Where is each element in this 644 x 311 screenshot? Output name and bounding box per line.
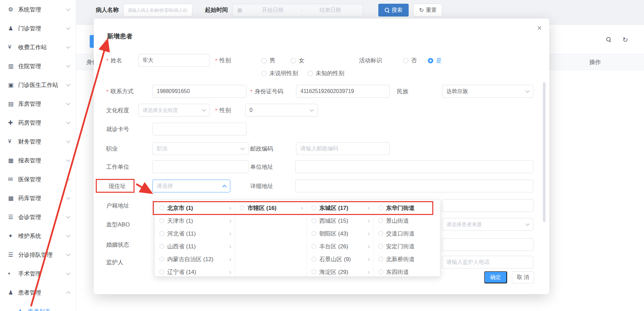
chevron-down-icon (66, 63, 70, 68)
cascader-option-hebei[interactable]: 河北省 (11)› (155, 227, 235, 240)
gear-icon: ⚙ (8, 6, 18, 13)
cascader-option-label: 市辖区 (16) (247, 204, 299, 212)
close-icon[interactable]: × (537, 23, 542, 33)
sidebar-item-consultation-management[interactable]: ☰会诊管理 (0, 208, 76, 226)
sidebar-item-drug-storage-management[interactable]: ▩药库管理 (0, 189, 76, 208)
sidebar: ⚙系统管理 ♟门诊管理 ¥收费工作站 ▥住院管理 ▣门诊医生工作站 ▤库房管理 … (0, 0, 76, 311)
nation-value: 达斡尔族 (446, 88, 468, 95)
required-mark: * (106, 85, 109, 98)
cascader-option-label: 东华门街道 (386, 204, 437, 212)
cascader-option-shanxi[interactable]: 山西省 (11)› (155, 240, 235, 253)
cascader-option-chaoyang[interactable]: 朝阳区 (43)› (307, 227, 373, 240)
gender-code-select[interactable]: 0 (245, 104, 318, 117)
required-mark: * (250, 85, 253, 98)
radio-gender-unstated[interactable]: 未说明性别 (261, 67, 298, 80)
sidebar-item-patient-list[interactable]: ♟患者列表 (0, 302, 76, 311)
chevron-right-icon: › (368, 268, 370, 276)
cascader-option-liaoning[interactable]: 辽宁省 (14)› (155, 266, 235, 276)
cascader-option-jingshan[interactable]: 景山街道 (374, 214, 440, 227)
sidebar-item-maintenance-system[interactable]: ✦维护系统 (0, 226, 76, 245)
cascader-option-dongcheng[interactable]: 东城区 (17)› (307, 201, 373, 214)
radio-circle-icon (261, 58, 267, 63)
radio-gender-male[interactable]: 男 (261, 54, 275, 67)
sidebar-item-patient-management[interactable]: ♟患者管理 (0, 283, 76, 302)
sidebar-item-outpatient-management[interactable]: ♟门诊管理 (0, 19, 76, 38)
cascader-option-beixinqiao[interactable]: 北新桥街道 (374, 253, 440, 266)
guardian-phone-input[interactable] (442, 256, 533, 269)
modal-scrollbar[interactable] (543, 82, 546, 222)
sidebar-item-warehouse-management[interactable]: ▤库房管理 (0, 94, 76, 113)
education-label: 文化程度 (106, 104, 129, 117)
nation-select[interactable]: 达斡尔族 (442, 85, 533, 98)
unit-address-label: 单位地址 (250, 160, 273, 174)
cascader-option-dongsi[interactable]: 东四街道 (374, 266, 440, 276)
detail-address-input[interactable] (295, 180, 533, 192)
cascader-option-andingmen[interactable]: 安定门街道 (374, 240, 440, 253)
cascader-option-beijing[interactable]: 北京市 (1)› (155, 201, 235, 214)
sidebar-item-inpatient-management[interactable]: ▥住院管理 (0, 57, 76, 75)
mail-icon: ✉ (8, 176, 18, 183)
name-input[interactable] (138, 54, 210, 67)
chevron-right-icon: › (368, 230, 370, 237)
current-address-cascader-select[interactable]: 请选择 (152, 180, 230, 192)
blood-type-label: 血型ABO (106, 218, 130, 231)
search-button[interactable]: 搜索 (378, 4, 409, 17)
date-range-picker[interactable]: ▦ 开始日期 - 结束日期 (232, 4, 363, 17)
postcode-label: 邮政编码 (250, 142, 273, 155)
cascader-option-tianjin[interactable]: 天津市 (1)› (155, 214, 235, 227)
occupation-select[interactable]: 职业 (152, 142, 248, 155)
radio-circle-icon (312, 231, 316, 236)
cascader-option-donghuamen[interactable]: 东华门街道 (374, 201, 440, 214)
sidebar-item-system-management[interactable]: ⚙系统管理 (0, 0, 76, 19)
cascader-option-jiaodaokou[interactable]: 交道口街道 (374, 227, 440, 240)
patient-name-label: 病人名称 (96, 4, 119, 17)
radio-gender-female[interactable]: 女 (291, 54, 304, 67)
required-mark: * (215, 104, 217, 117)
radio-circle-icon (159, 218, 164, 223)
confirm-button[interactable]: 确定 (484, 271, 507, 283)
table-search-icon[interactable] (606, 37, 611, 42)
cascader-option-haidian[interactable]: 海淀区 (29)› (307, 266, 373, 276)
page-root: ⚙系统管理 ♟门诊管理 ¥收费工作站 ▥住院管理 ▣门诊医生工作站 ▤库房管理 … (0, 0, 644, 311)
user-icon: ♟ (8, 25, 18, 32)
sidebar-item-medical-insurance-management[interactable]: ✉医保管理 (0, 170, 76, 189)
radio-circle-icon (378, 257, 383, 261)
card-no-input[interactable] (152, 123, 246, 135)
household-extra-input[interactable] (442, 199, 533, 212)
radio-active-yes[interactable]: 是 (428, 54, 442, 67)
radio-gender-unknown[interactable]: 未知的性别 (308, 67, 344, 80)
sidebar-item-pharmacy-management[interactable]: ✚药房管理 (0, 113, 76, 132)
patient-source-select[interactable]: 请选择患者来源 (442, 218, 533, 231)
patient-name-input[interactable] (123, 4, 193, 17)
sidebar-item-surgery-management[interactable]: ▪手术管理 (0, 264, 76, 283)
table-refresh-icon[interactable]: ↻ (622, 36, 628, 44)
work-unit-input[interactable] (152, 160, 248, 173)
sidebar-item-report-management[interactable]: ▦报表管理 (0, 151, 76, 170)
reset-button[interactable]: ↻重置 (413, 4, 442, 17)
cascader-option-shijingshan[interactable]: 石景山区 (9)› (307, 253, 373, 266)
sidebar-item-triage-queue-management[interactable]: ☰分诊排队管理 (0, 245, 76, 264)
start-date-placeholder: 开始日期 (245, 7, 300, 14)
current-address-placeholder: 请选择 (157, 183, 173, 190)
id-number-input[interactable] (296, 85, 390, 98)
sidebar-item-outpatient-doctor-workstation[interactable]: ▣门诊医生工作站 (0, 75, 76, 94)
cascader-option-neimenggu[interactable]: 内蒙古自治区 (12)› (155, 253, 235, 266)
education-select[interactable]: 请选择文化程度 (138, 104, 210, 117)
unit-address-input[interactable] (295, 160, 533, 173)
list-icon: ☰ (8, 251, 18, 258)
marital-extra-input[interactable] (442, 238, 533, 251)
square-icon: ▪ (8, 270, 18, 277)
postcode-input[interactable] (296, 142, 390, 155)
cascader-district-column: 东城区 (17)› 西城区 (15)› 朝阳区 (43)› 丰台区 (26)› … (307, 200, 374, 276)
sidebar-item-finance-management[interactable]: ¥财务管理 (0, 132, 76, 151)
chevron-down-icon (66, 26, 70, 30)
cancel-button[interactable]: 取 消 (512, 271, 534, 283)
sidebar-item-label: 会诊管理 (18, 213, 67, 221)
radio-active-no[interactable]: 否 (403, 54, 417, 67)
contact-input[interactable] (152, 85, 246, 98)
chevron-right-icon: › (229, 217, 231, 224)
cascader-option-shixiaqu[interactable]: 市辖区 (16)› (235, 201, 306, 214)
cascader-option-fengtai[interactable]: 丰台区 (26)› (307, 240, 373, 253)
sidebar-item-charging-workstation[interactable]: ¥收费工作站 (0, 38, 76, 57)
cascader-option-xicheng[interactable]: 西城区 (15)› (307, 214, 373, 227)
